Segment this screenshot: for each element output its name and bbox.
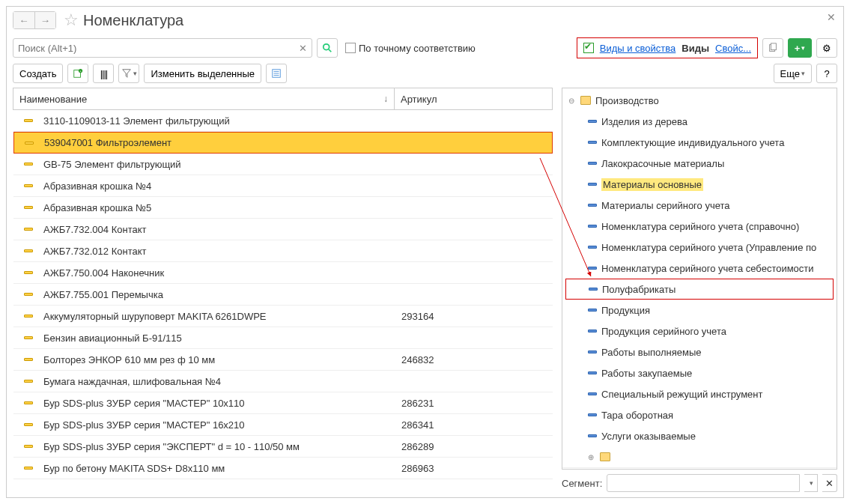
table-row[interactable]: АЖБ7.732.012 Контакт [13, 240, 553, 262]
table-row[interactable]: Абразивная крошка №5 [13, 197, 553, 219]
tree-item[interactable]: Номенклатура серийного учета (Управление… [562, 237, 837, 258]
category-icon [588, 413, 597, 416]
svg-point-0 [324, 44, 330, 50]
table-row[interactable]: 3110-1109013-11 Элемент фильтрующий [13, 110, 553, 132]
segment-input[interactable] [607, 474, 800, 492]
tree-item-label: Работы закупаемые [601, 368, 692, 379]
table-row[interactable]: Аккумуляторный шуруповерт MAKITA 6261DWP… [13, 306, 553, 327]
clear-search-icon[interactable]: ✕ [296, 41, 309, 55]
category-icon [588, 120, 597, 123]
more-button[interactable]: Еще▾ [774, 64, 812, 83]
row-icon [13, 184, 43, 187]
tree-item[interactable]: Изделия из дерева [562, 111, 837, 132]
table-row[interactable]: GB-75 Элемент фильтрующий [13, 154, 553, 175]
segment-dropdown[interactable]: ▾ [804, 474, 818, 492]
tree-item[interactable]: Специальный режущий инструмент [562, 383, 837, 404]
scroll-right-icon[interactable]: ▸ [828, 469, 834, 470]
segment-clear[interactable]: ✕ [822, 474, 837, 492]
plus-icon: + [795, 43, 801, 54]
tree-item[interactable]: Полуфабрикаты [565, 279, 834, 300]
forward-button[interactable]: → [34, 12, 55, 28]
list-button[interactable] [266, 64, 287, 83]
tree-item[interactable]: Материалы серийного учета [562, 195, 837, 216]
svg-rect-3 [771, 43, 776, 50]
table-row[interactable]: Бензин авиационный Б-91/115 [13, 327, 553, 349]
tree-root[interactable]: ⊖ Производство [562, 90, 837, 111]
add-button[interactable]: +▾ [788, 38, 812, 58]
barcode-button[interactable]: |||| [93, 64, 114, 83]
create-folder-button[interactable]: + [67, 64, 88, 83]
tree-item[interactable]: Работы закупаемые [562, 362, 837, 383]
tree-more[interactable]: ⊕ [562, 446, 837, 467]
table-row[interactable]: 539047001 Фильтроэлемент [13, 132, 553, 154]
tree-item[interactable]: Номенклатура серийного учета себестоимос… [562, 258, 837, 279]
row-icon [13, 358, 43, 361]
row-icon [13, 119, 43, 122]
types-link[interactable]: Виды и свойства [600, 43, 676, 54]
table-row[interactable]: АЖБ7.732.004 Контакт [13, 219, 553, 240]
create-button[interactable]: Создать [13, 64, 63, 83]
row-article: 293164 [395, 311, 553, 322]
category-icon [588, 371, 597, 374]
category-icon [588, 246, 597, 249]
item-icon [25, 142, 34, 145]
tree-item[interactable]: Комплектующие индивидуального учета [562, 132, 837, 153]
item-icon [24, 184, 33, 187]
item-icon [24, 358, 33, 361]
tree-item[interactable]: Продукция серийного учета [562, 321, 837, 341]
edit-selected-button[interactable]: Изменить выделенные [144, 64, 261, 83]
tree-item[interactable]: Продукция [562, 300, 837, 321]
tree-item-label: Номенклатура серийного учета (справочно) [601, 221, 799, 232]
filter-button[interactable]: ▾ [118, 64, 139, 83]
search-input[interactable] [13, 38, 312, 58]
close-button[interactable]: ✕ [824, 10, 839, 25]
row-name: Бур по бетону MAKITA SDS+ D8x110 мм [43, 463, 395, 474]
row-name: АЖБ7.732.012 Контакт [43, 246, 395, 257]
props-link[interactable]: Свойс... [715, 43, 751, 54]
folder-icon [600, 452, 610, 461]
back-button[interactable]: ← [13, 12, 34, 28]
table-row[interactable]: Бур по бетону MAKITA SDS+ D8x110 мм28696… [13, 458, 553, 479]
svg-text:+: + [80, 69, 82, 73]
table-row[interactable]: АЖБ7.755.001 Перемычка [13, 284, 553, 306]
table-row[interactable]: Бур SDS-plus ЗУБР серия "МАСТЕР" 10x1102… [13, 392, 553, 414]
tree-item[interactable]: Тара оборотная [562, 404, 837, 425]
action-toolbar: Создать + |||| ▾ Изменить выделенные Еще… [7, 62, 843, 88]
table-row[interactable]: АЖБ7.750.004 Наконечник [13, 262, 553, 284]
col-header-article[interactable]: Артикул [395, 94, 552, 105]
tree-item[interactable]: Материалы основные [562, 174, 837, 195]
types-bold[interactable]: Виды [681, 43, 709, 54]
table-row[interactable]: Бумага наждачная, шлифовальная №4 [13, 371, 553, 392]
table-row[interactable]: Болторез ЭНКОР 610 мм рез ф 10 мм246832 [13, 349, 553, 371]
tree-item-label: Продукция серийного учета [601, 326, 726, 337]
help-button[interactable]: ? [816, 64, 837, 83]
tree-item[interactable]: Лакокрасочные материалы [562, 153, 837, 174]
copy-button[interactable] [762, 38, 783, 58]
collapse-icon[interactable]: ⊖ [568, 97, 576, 105]
row-icon [13, 271, 43, 274]
table-row[interactable]: Бур SDS-plus ЗУБР серия "МАСТЕР" 16x2102… [13, 414, 553, 436]
row-name: GB-75 Элемент фильтрующий [43, 159, 395, 170]
table-row[interactable]: Абразивная крошка №4 [13, 175, 553, 197]
table-row[interactable]: Бур SDS-plus ЗУБР серия "ЭКСПЕРТ" d = 10… [13, 436, 553, 458]
col-header-name[interactable]: Наименование ↓ [13, 94, 394, 105]
row-name: АЖБ7.755.001 Перемычка [43, 289, 395, 300]
tree-item[interactable]: Работы выполняемые [562, 341, 837, 362]
expand-icon[interactable]: ⊕ [588, 453, 595, 461]
types-checkbox[interactable] [583, 43, 594, 53]
funnel-icon [121, 68, 132, 79]
category-icon [588, 204, 597, 207]
scroll-left-icon[interactable]: ◂ [565, 469, 571, 470]
tree-item[interactable]: Услуги оказываемые [562, 425, 837, 446]
search-button[interactable] [317, 38, 338, 58]
copy-icon [768, 43, 778, 53]
row-icon [14, 142, 44, 145]
item-icon [24, 423, 33, 426]
tree-item[interactable]: Номенклатура серийного учета (справочно) [562, 216, 837, 237]
exact-match-checkbox[interactable]: По точному соответствию [345, 43, 476, 54]
favorite-icon[interactable]: ☆ [64, 10, 79, 30]
window: ← → ☆ Номенклатура ✕ ✕ По точному соотве… [6, 6, 844, 498]
new-item-icon: + [73, 68, 83, 79]
tree-item-label: Услуги оказываемые [601, 431, 696, 442]
settings-button[interactable]: ⚙ [816, 38, 837, 58]
